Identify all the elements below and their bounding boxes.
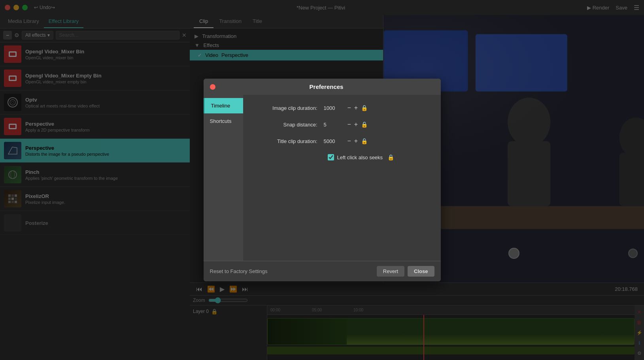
revert-button[interactable]: Revert <box>377 266 404 277</box>
left-click-seeks-row: Left click also seeks 🔒 <box>253 154 431 160</box>
image-clip-duration-label: Image clip duration: <box>253 105 324 111</box>
sidebar-item-timeline[interactable]: Timeline <box>204 98 243 113</box>
title-clip-duration-value: 5000 <box>324 138 347 144</box>
title-clip-duration-increment[interactable]: + <box>354 138 358 145</box>
modal-title: Preferences <box>219 83 434 90</box>
modal-preferences-content: Image clip duration: 1000 − + 🔒 Snap dis… <box>243 95 441 261</box>
footer-left: Reset to Factory Settings <box>210 268 374 274</box>
snap-distance-label: Snap distance: <box>253 122 324 128</box>
snap-distance-value: 5 <box>324 122 347 128</box>
title-clip-duration-row: Title clip duration: 5000 − + 🔒 <box>253 138 431 145</box>
left-click-seeks-text: Left click also seeks <box>337 155 383 160</box>
title-clip-duration-decrement[interactable]: − <box>347 138 351 145</box>
snap-distance-reset[interactable]: 🔒 <box>361 121 368 128</box>
modal-header: Preferences <box>204 79 441 95</box>
image-clip-duration-row: Image clip duration: 1000 − + 🔒 <box>253 104 431 111</box>
snap-distance-row: Snap distance: 5 − + 🔒 <box>253 121 431 128</box>
preferences-modal: Preferences Timeline Shortcuts Image cli… <box>204 79 441 281</box>
left-click-seeks-checkbox[interactable] <box>328 154 334 160</box>
title-clip-duration-controls: − + 🔒 <box>347 138 368 145</box>
modal-sidebar: Timeline Shortcuts <box>204 95 243 261</box>
image-clip-duration-controls: − + 🔒 <box>347 104 368 111</box>
left-click-seeks-label: Left click also seeks <box>328 154 383 160</box>
image-clip-duration-decrement[interactable]: − <box>347 104 351 111</box>
preferences-modal-overlay: Preferences Timeline Shortcuts Image cli… <box>0 0 644 360</box>
modal-close-button[interactable] <box>210 84 215 90</box>
left-click-seeks-reset[interactable]: 🔒 <box>387 154 394 160</box>
modal-body: Timeline Shortcuts Image clip duration: … <box>204 95 441 261</box>
title-clip-duration-reset[interactable]: 🔒 <box>361 138 368 144</box>
close-button[interactable]: Close <box>408 266 434 277</box>
snap-distance-controls: − + 🔒 <box>347 121 368 128</box>
image-clip-duration-increment[interactable]: + <box>354 104 358 111</box>
title-clip-duration-label: Title clip duration: <box>253 138 324 144</box>
snap-distance-increment[interactable]: + <box>354 121 358 128</box>
modal-footer: Reset to Factory Settings Revert Close <box>204 261 441 281</box>
reset-factory-button[interactable]: Reset to Factory Settings <box>210 268 268 274</box>
sidebar-item-shortcuts[interactable]: Shortcuts <box>204 113 243 129</box>
snap-distance-decrement[interactable]: − <box>347 121 351 128</box>
image-clip-duration-value: 1000 <box>324 105 347 111</box>
image-clip-duration-reset[interactable]: 🔒 <box>361 105 368 111</box>
